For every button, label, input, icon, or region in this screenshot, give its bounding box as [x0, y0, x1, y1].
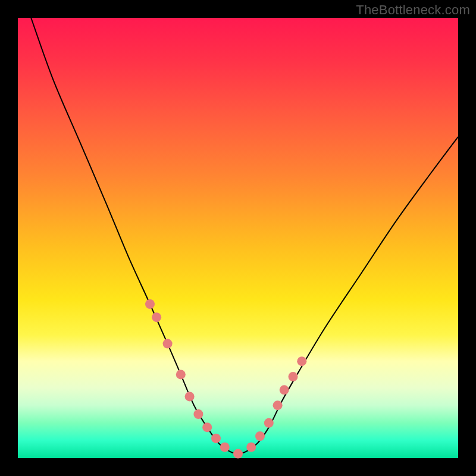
plot-area — [18, 18, 458, 458]
bottleneck-curve — [31, 18, 458, 454]
curve-marker — [280, 385, 289, 394]
curve-marker — [264, 418, 274, 428]
marker-group — [145, 299, 306, 459]
curve-marker — [145, 299, 155, 309]
curve-marker — [211, 434, 221, 443]
curve-marker — [176, 369, 186, 379]
curve-marker — [297, 356, 306, 366]
curve-svg — [18, 18, 458, 458]
curve-marker — [273, 400, 283, 410]
curve-marker — [220, 443, 230, 452]
watermark-text: TheBottleneck.com — [356, 2, 470, 18]
curve-marker — [202, 422, 212, 432]
chart-frame: TheBottleneck.com — [0, 0, 476, 476]
curve-marker — [185, 392, 195, 401]
curve-marker — [233, 449, 243, 459]
curve-marker — [193, 409, 203, 419]
curve-marker — [246, 443, 256, 452]
curve-marker — [163, 339, 173, 349]
curve-marker — [152, 312, 161, 322]
curve-marker — [255, 431, 265, 441]
curve-marker — [289, 372, 298, 381]
